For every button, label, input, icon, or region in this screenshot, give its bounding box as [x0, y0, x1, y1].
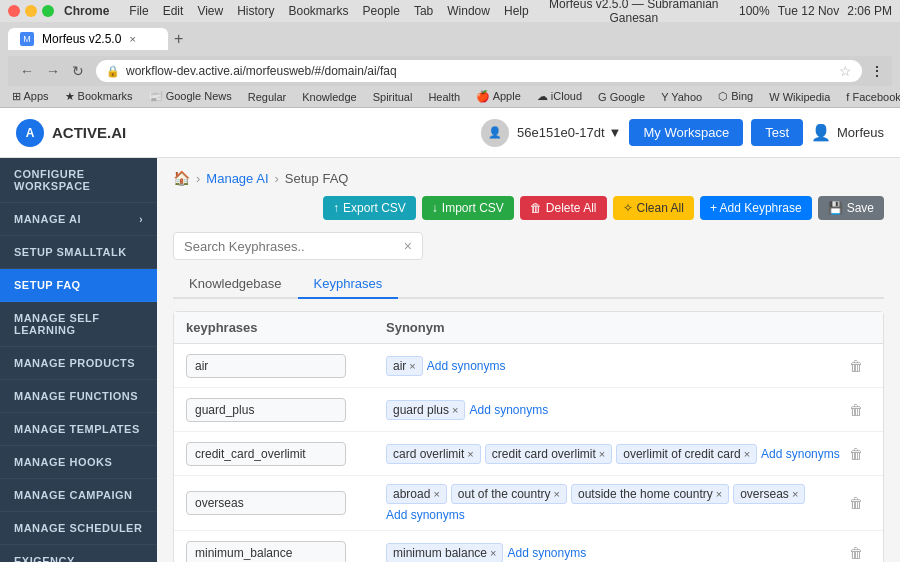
save-button[interactable]: 💾 Save [818, 196, 884, 220]
bookmark-regular[interactable]: Regular [244, 90, 291, 104]
export-csv-button[interactable]: ↑ Export CSV [323, 196, 416, 220]
breadcrumb-manage-ai[interactable]: Manage AI [206, 171, 268, 186]
sidebar-item-manage-hooks[interactable]: MANAGE HOOKS [0, 446, 157, 479]
synonym-tag: minimum balance × [386, 543, 503, 563]
menu-help[interactable]: Help [504, 4, 529, 18]
synonym-area: card overlimit × credit card overlimit ×… [386, 444, 841, 464]
extensions-icon[interactable]: ⋮ [870, 63, 884, 79]
sidebar-item-manage-functions[interactable]: MANAGE FUNCTIONS [0, 380, 157, 413]
bookmark-wikipedia[interactable]: W Wikipedia [765, 90, 834, 104]
menu-people[interactable]: People [363, 4, 400, 18]
add-synonym-link[interactable]: Add synonyms [427, 359, 506, 373]
sidebar-item-setup-smalltalk[interactable]: SETUP SMALLTALK [0, 236, 157, 269]
back-button[interactable]: ← [16, 61, 38, 81]
add-synonym-link[interactable]: Add synonyms [507, 546, 586, 560]
tab-knowledgebase[interactable]: Knowledgebase [173, 270, 298, 299]
browser-actions[interactable]: ⋮ [870, 63, 884, 79]
keyphrase-input-minimum-balance[interactable] [186, 541, 346, 563]
workspace-button[interactable]: My Workspace [629, 119, 743, 146]
nav-buttons[interactable]: ← → ↻ [16, 61, 88, 81]
row-delete-button[interactable]: 🗑 [841, 358, 871, 374]
keyphrases-table: keyphrases Synonym air × Add synonyms 🗑 [173, 311, 884, 562]
forward-button[interactable]: → [42, 61, 64, 81]
add-synonym-link[interactable]: Add synonyms [386, 508, 465, 522]
sidebar-item-manage-self-learning[interactable]: MANAGE SELF LEARNING [0, 302, 157, 347]
delete-all-button[interactable]: 🗑 Delete All [520, 196, 607, 220]
bookmark-apps[interactable]: ⊞ Apps [8, 89, 53, 104]
bookmark-spiritual[interactable]: Spiritual [369, 90, 417, 104]
search-clear-icon[interactable]: × [404, 238, 412, 254]
sidebar-item-manage-scheduler[interactable]: MANAGE SCHEDULER [0, 512, 157, 545]
tab-close-button[interactable]: × [129, 33, 135, 45]
clean-all-button[interactable]: ✧ Clean All [613, 196, 694, 220]
row-delete-button[interactable]: 🗑 [841, 495, 871, 511]
maximize-button[interactable] [42, 5, 54, 17]
window-controls[interactable] [8, 5, 54, 17]
sidebar-item-setup-faq[interactable]: SETUP FAQ [0, 269, 157, 302]
tag-remove-icon[interactable]: × [716, 488, 722, 500]
import-csv-button[interactable]: ↓ Import CSV [422, 196, 514, 220]
tag-remove-icon[interactable]: × [792, 488, 798, 500]
keyphrase-input-guard-plus[interactable] [186, 398, 346, 422]
bookmark-google[interactable]: G Google [594, 90, 649, 104]
browser-tab[interactable]: M Morfeus v2.5.0 × [8, 28, 168, 50]
tag-remove-icon[interactable]: × [409, 360, 415, 372]
logo-area: A ACTIVE.AI [16, 119, 126, 147]
row-delete-button[interactable]: 🗑 [841, 446, 871, 462]
tag-remove-icon[interactable]: × [467, 448, 473, 460]
tag-remove-icon[interactable]: × [599, 448, 605, 460]
close-button[interactable] [8, 5, 20, 17]
row-delete-button[interactable]: 🗑 [841, 402, 871, 418]
minimize-button[interactable] [25, 5, 37, 17]
reload-button[interactable]: ↻ [68, 61, 88, 81]
tab-keyphrases[interactable]: Keyphrases [298, 270, 399, 299]
breadcrumb-sep1: › [196, 171, 200, 186]
home-icon[interactable]: 🏠 [173, 170, 190, 186]
sidebar-item-manage-templates[interactable]: MANAGE TEMPLATES [0, 413, 157, 446]
app-header: A ACTIVE.AI 👤 56e151e0-17dt ▼ My Workspa… [0, 108, 900, 158]
tag-remove-icon[interactable]: × [554, 488, 560, 500]
bookmark-star-icon[interactable]: ☆ [839, 63, 852, 79]
menu-tab[interactable]: Tab [414, 4, 433, 18]
menu-bookmarks[interactable]: Bookmarks [289, 4, 349, 18]
url-bar[interactable]: 🔒 workflow-dev.active.ai/morfeusweb/#/do… [96, 60, 862, 82]
add-synonym-link[interactable]: Add synonyms [761, 447, 840, 461]
tag-remove-icon[interactable]: × [452, 404, 458, 416]
new-tab-button[interactable]: + [174, 30, 183, 48]
keyphrase-input-credit-card[interactable] [186, 442, 346, 466]
tag-remove-icon[interactable]: × [433, 488, 439, 500]
synonym-tag: air × [386, 356, 423, 376]
add-synonym-link[interactable]: Add synonyms [469, 403, 548, 417]
bookmark-knowledge[interactable]: Knowledge [298, 90, 360, 104]
menu-view[interactable]: View [197, 4, 223, 18]
sidebar-item-manage-products[interactable]: MANAGE PRODUCTS [0, 347, 157, 380]
morfeus-user: 👤 Morfeus [811, 123, 884, 142]
menu-edit[interactable]: Edit [163, 4, 184, 18]
bookmark-facebook[interactable]: f Facebook [842, 90, 900, 104]
content-area: 🏠 › Manage AI › Setup FAQ ↑ Export CSV ↓… [157, 158, 900, 562]
bookmark-icloud[interactable]: ☁ iCloud [533, 89, 586, 104]
keyphrase-input-air[interactable] [186, 354, 346, 378]
add-keyphrase-button[interactable]: + Add Keyphrase [700, 196, 812, 220]
row-delete-button[interactable]: 🗑 [841, 545, 871, 561]
bookmark-bookmarks[interactable]: ★ Bookmarks [61, 89, 137, 104]
table-row: guard plus × Add synonyms 🗑 [174, 388, 883, 432]
sidebar-item-manage-ai[interactable]: MANAGE AI › [0, 203, 157, 236]
bookmark-health[interactable]: Health [424, 90, 464, 104]
bookmark-yahoo[interactable]: Y Yahoo [657, 90, 706, 104]
tag-remove-icon[interactable]: × [744, 448, 750, 460]
tag-remove-icon[interactable]: × [490, 547, 496, 559]
bookmark-bing[interactable]: ⬡ Bing [714, 89, 757, 104]
user-id: 56e151e0-17dt ▼ [517, 125, 621, 140]
sidebar-item-exigency-management[interactable]: EXIGENCY MANAGEMENT [0, 545, 157, 562]
sidebar-item-configure-workspace[interactable]: CONFIGURE WORKSPACE [0, 158, 157, 203]
bookmark-google-news[interactable]: 📰 Google News [145, 89, 236, 104]
sidebar-item-manage-campaign[interactable]: MANAGE CAMPAIGN [0, 479, 157, 512]
menu-window[interactable]: Window [447, 4, 490, 18]
keyphrase-input-overseas[interactable] [186, 491, 346, 515]
menu-history[interactable]: History [237, 4, 274, 18]
menu-file[interactable]: File [129, 4, 148, 18]
bookmark-apple[interactable]: 🍎 Apple [472, 89, 525, 104]
search-input[interactable] [184, 239, 398, 254]
test-button[interactable]: Test [751, 119, 803, 146]
